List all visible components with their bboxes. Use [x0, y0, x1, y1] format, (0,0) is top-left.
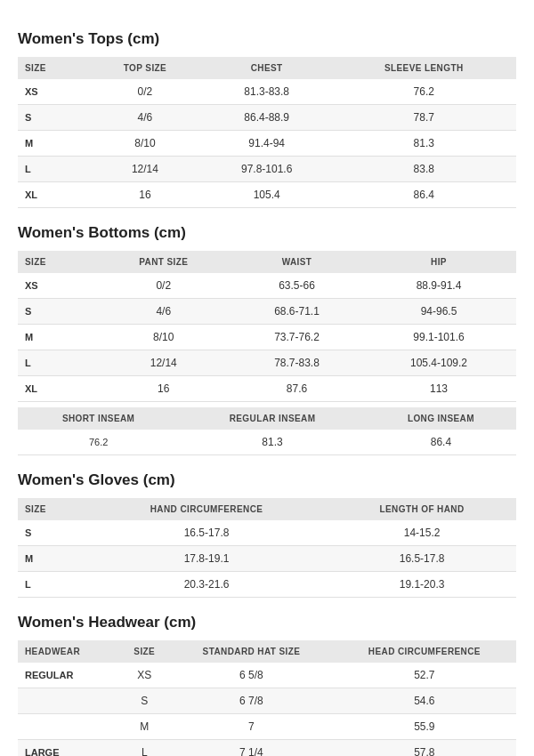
- bottoms-title: Women's Bottoms (cm): [18, 224, 516, 242]
- bottoms-section: Women's Bottoms (cm) SIZE PANT SIZE WAIS…: [18, 224, 516, 455]
- table-row: L20.3-21.619.1-20.3: [18, 572, 516, 598]
- table-cell: 86.4-88.9: [202, 105, 332, 131]
- table-cell: 6 7/8: [170, 688, 333, 714]
- inseam-header-row: SHORT INSEAM REGULAR INSEAM LONG INSEAM: [18, 407, 516, 430]
- table-cell: 6 5/8: [170, 663, 333, 688]
- gloves-title: Women's Gloves (cm): [18, 471, 516, 489]
- table-cell: XS: [118, 663, 170, 688]
- tops-tbody: XS0/281.3-83.876.2S4/686.4-88.978.7M8/10…: [18, 79, 516, 208]
- table-cell: M: [18, 546, 85, 572]
- gloves-col-circumference: HAND CIRCUMFERENCE: [85, 498, 328, 520]
- table-cell: M: [18, 131, 88, 157]
- table-cell: 88.9-91.4: [361, 273, 516, 299]
- headwear-title: Women's Headwear (cm): [18, 614, 516, 631]
- table-row: S16.5-17.814-15.2: [18, 520, 516, 546]
- table-cell: LARGE: [18, 740, 118, 757]
- table-cell: 14-15.2: [328, 520, 516, 546]
- bottoms-thead: SIZE PANT SIZE WAIST HIP: [18, 251, 516, 273]
- table-cell: 7 1/4: [170, 740, 333, 757]
- table-row: S6 7/854.6: [18, 688, 516, 714]
- gloves-thead: SIZE HAND CIRCUMFERENCE LENGTH OF HAND: [18, 498, 516, 520]
- headwear-table: HEADWEAR SIZE STANDARD HAT SIZE HEAD CIR…: [18, 640, 516, 756]
- table-cell: 78.7: [331, 105, 516, 131]
- table-cell: 12/14: [95, 350, 232, 376]
- table-cell: 73.7-76.2: [232, 325, 361, 350]
- tops-table: SIZE TOP SIZE CHEST SLEEVE LENGTH XS0/28…: [18, 57, 516, 208]
- table-cell: [18, 688, 118, 714]
- table-row: M17.8-19.116.5-17.8: [18, 546, 516, 572]
- tops-title: Women's Tops (cm): [18, 30, 516, 48]
- gloves-table: SIZE HAND CIRCUMFERENCE LENGTH OF HAND S…: [18, 498, 516, 598]
- table-cell: 0/2: [95, 273, 232, 299]
- table-cell: 17.8-19.1: [85, 546, 328, 572]
- table-cell: 97.8-101.6: [202, 157, 332, 182]
- table-cell: 78.7-83.8: [232, 350, 361, 376]
- table-cell: 4/6: [88, 105, 202, 131]
- table-cell: 63.5-66: [232, 273, 361, 299]
- bottoms-col-waist: WAIST: [232, 251, 361, 273]
- bottoms-col-pantsize: PANT SIZE: [95, 251, 232, 273]
- table-cell: L: [118, 740, 170, 757]
- table-cell: 83.8: [331, 157, 516, 182]
- table-cell: 8/10: [95, 325, 232, 350]
- gloves-section: Women's Gloves (cm) SIZE HAND CIRCUMFERE…: [18, 471, 516, 598]
- table-row: XS0/263.5-6688.9-91.4: [18, 273, 516, 299]
- table-cell: 8/10: [88, 131, 202, 157]
- bottoms-header-row: SIZE PANT SIZE WAIST HIP: [18, 251, 516, 273]
- table-cell: 86.4: [331, 182, 516, 208]
- bottoms-tbody: XS0/263.5-6688.9-91.4S4/668.6-71.194-96.…: [18, 273, 516, 402]
- table-row: XL16105.486.4: [18, 182, 516, 208]
- gloves-header-row: SIZE HAND CIRCUMFERENCE LENGTH OF HAND: [18, 498, 516, 520]
- inseam-col-regular: REGULAR INSEAM: [179, 407, 366, 430]
- table-row: L12/1478.7-83.8105.4-109.2: [18, 350, 516, 376]
- table-row: M8/1073.7-76.299.1-101.6: [18, 325, 516, 350]
- inseam-regular-val: 81.3: [179, 430, 366, 455]
- table-row: REGULARXS6 5/852.7: [18, 663, 516, 688]
- table-cell: 7: [170, 714, 333, 740]
- inseam-values-row: 76.2 81.3 86.4: [18, 430, 516, 455]
- table-cell: 19.1-20.3: [328, 572, 516, 598]
- table-cell: 54.6: [333, 688, 516, 714]
- headwear-thead: HEADWEAR SIZE STANDARD HAT SIZE HEAD CIR…: [18, 640, 516, 663]
- table-cell: 105.4: [202, 182, 332, 208]
- table-cell: L: [18, 572, 85, 598]
- table-cell: 91.4-94: [202, 131, 332, 157]
- headwear-header-row: HEADWEAR SIZE STANDARD HAT SIZE HEAD CIR…: [18, 640, 516, 663]
- tops-col-size: SIZE: [18, 57, 88, 79]
- bottoms-table: SIZE PANT SIZE WAIST HIP XS0/263.5-6688.…: [18, 251, 516, 402]
- headwear-section: Women's Headwear (cm) HEADWEAR SIZE STAN…: [18, 614, 516, 756]
- table-cell: 16.5-17.8: [328, 546, 516, 572]
- table-cell: 68.6-71.1: [232, 299, 361, 325]
- table-cell: 20.3-21.6: [85, 572, 328, 598]
- table-cell: L: [18, 350, 95, 376]
- table-cell: S: [18, 105, 88, 131]
- table-cell: XL: [18, 376, 95, 402]
- headwear-tbody: REGULARXS6 5/852.7S6 7/854.6M755.9LARGEL…: [18, 663, 516, 756]
- table-cell: 105.4-109.2: [361, 350, 516, 376]
- headwear-col-headwear: HEADWEAR: [18, 640, 118, 663]
- table-cell: REGULAR: [18, 663, 118, 688]
- table-cell: 52.7: [333, 663, 516, 688]
- table-cell: 99.1-101.6: [361, 325, 516, 350]
- table-row: L12/1497.8-101.683.8: [18, 157, 516, 182]
- table-cell: S: [18, 520, 85, 546]
- inseam-long-val: 86.4: [366, 430, 516, 455]
- table-cell: 16: [88, 182, 202, 208]
- table-row: XL1687.6113: [18, 376, 516, 402]
- table-cell: 4/6: [95, 299, 232, 325]
- tops-col-topsize: TOP SIZE: [88, 57, 202, 79]
- inseam-table: SHORT INSEAM REGULAR INSEAM LONG INSEAM …: [18, 407, 516, 455]
- table-cell: S: [18, 299, 95, 325]
- headwear-col-hatsize: STANDARD HAT SIZE: [170, 640, 333, 663]
- table-cell: 87.6: [232, 376, 361, 402]
- gloves-col-size: SIZE: [18, 498, 85, 520]
- tops-col-chest: CHEST: [202, 57, 332, 79]
- table-cell: M: [118, 714, 170, 740]
- bottoms-col-hip: HIP: [361, 251, 516, 273]
- tops-section: Women's Tops (cm) SIZE TOP SIZE CHEST SL…: [18, 30, 516, 208]
- table-cell: XL: [18, 182, 88, 208]
- table-row: XS0/281.3-83.876.2: [18, 79, 516, 105]
- table-cell: M: [18, 325, 95, 350]
- table-cell: XS: [18, 273, 95, 299]
- inseam-col-short: SHORT INSEAM: [18, 407, 179, 430]
